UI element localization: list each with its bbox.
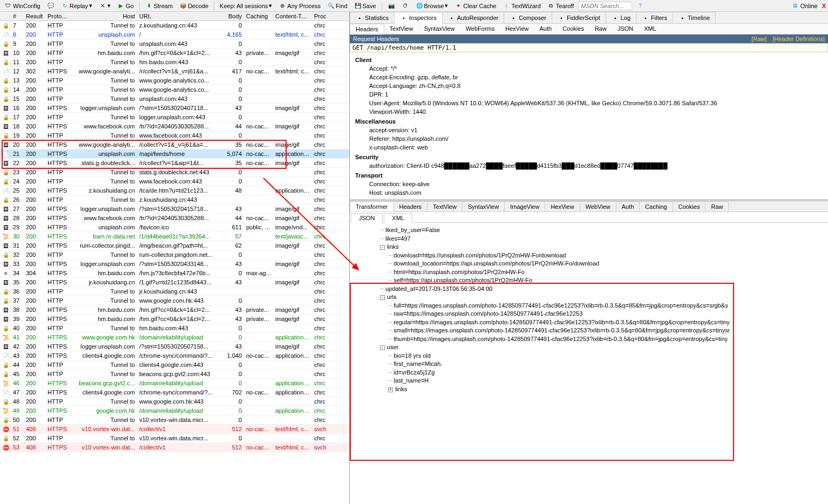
col-proc[interactable]: Proc: [312, 13, 329, 19]
session-row[interactable]: 📜30200HTTPSbam.nr-data.net/1/d44beae01c?…: [0, 232, 349, 241]
header-item[interactable]: authorization: Client-ID c948██████aa272…: [369, 161, 823, 170]
close-button[interactable]: X: [822, 3, 826, 9]
expand-icon[interactable]: -: [380, 245, 385, 250]
msdn-search-input[interactable]: [578, 2, 632, 10]
col-url[interactable]: URL: [137, 13, 220, 19]
session-row[interactable]: 🔒19200HTTPTunnel towww.facebook.com:4430…: [0, 131, 349, 140]
session-row[interactable]: 🖼22200HTTPSstats.g.doubleclick.../r/coll…: [0, 159, 349, 168]
resptab-syntaxview[interactable]: SyntaxView: [462, 201, 505, 212]
json-node[interactable]: -links: [355, 243, 823, 251]
json-node[interactable]: ┈ updated_at=2017-09-13T06:56:35-04:00: [355, 285, 823, 294]
json-node[interactable]: ┈ download=https://unsplash.com/photos/1…: [355, 251, 823, 260]
timer-button[interactable]: ⏱: [399, 2, 411, 10]
json-node[interactable]: ┈ self=https://api.unsplash.com/photos/1…: [355, 276, 823, 285]
session-row[interactable]: 🔒23200HTTPTunnel tostats.g.doubleclick.n…: [0, 168, 349, 177]
reqtab-hexview[interactable]: HexView: [500, 24, 534, 34]
winconfig-button[interactable]: 🛡WinConfig: [2, 2, 43, 10]
resptab-webview[interactable]: WebView: [580, 201, 616, 212]
session-row[interactable]: 🖼28200HTTPSwww.facebook.com/tr/?id=24040…: [0, 214, 349, 223]
session-row[interactable]: ≡34304HTTPShm.baidu.com/hm.js?3c8ecbfa47…: [0, 269, 349, 278]
session-row[interactable]: 🖼42200HTTPSlogger.unsplash.com/?stm=1505…: [0, 342, 349, 351]
reqtab-cookies[interactable]: Cookies: [557, 24, 589, 34]
json-node[interactable]: ┈ regular=https://images.unsplash.com/ph…: [355, 318, 823, 327]
header-item[interactable]: accept-version: v1: [369, 126, 823, 134]
keep-button[interactable]: Keep: All sessions▾: [218, 2, 274, 10]
session-row[interactable]: 📄25200HTTPSz.koushuidang.cn/tca/de.htm?u…: [0, 186, 349, 195]
replay-button[interactable]: ↻Replay▾: [59, 2, 94, 10]
clearcache-button[interactable]: ✦Clear Cache: [452, 2, 498, 10]
json-node[interactable]: +links: [355, 385, 823, 394]
online-indicator[interactable]: 🖥 Online: [791, 2, 818, 10]
resptab-hexview[interactable]: HexView: [545, 201, 580, 212]
resptab-headers[interactable]: Headers: [393, 201, 428, 212]
col-caching[interactable]: Caching: [244, 13, 273, 19]
tearoff-button[interactable]: ⧉Tearoff: [545, 2, 576, 10]
session-row[interactable]: 🖼27200HTTPSlogger.unsplash.com/?stm=1505…: [0, 205, 349, 214]
session-row[interactable]: 🖼31200HTTPSrum-collector.pingd.../img/be…: [0, 241, 349, 250]
expand-icon[interactable]: +: [388, 387, 393, 392]
col-ctype[interactable]: Content-Type: [273, 13, 312, 19]
json-node[interactable]: ┈ last_name=H: [355, 377, 823, 385]
col-body[interactable]: Body: [220, 13, 244, 19]
header-item[interactable]: Viewport-Width: 1440: [369, 107, 823, 116]
session-row[interactable]: 🔒15200HTTPTunnel tounsplash.com:4430chrc: [0, 94, 349, 104]
session-row[interactable]: 🔒52200HTTPTunnel tov10.vortex-win.data.m…: [0, 434, 349, 443]
resptab-auth[interactable]: Auth: [616, 201, 640, 212]
find-button[interactable]: 🔍Find: [325, 2, 349, 10]
go-button[interactable]: ▶Go: [115, 2, 136, 10]
header-item[interactable]: Accept-Encoding: gzip, deflate, br: [369, 73, 823, 81]
anyprocess-button[interactable]: ⊕Any Process: [276, 2, 323, 10]
tab-filters[interactable]: ▪Filters: [636, 12, 673, 23]
json-node[interactable]: ┈ liked_by_user=False: [355, 226, 823, 235]
tab-log[interactable]: ▪Log: [606, 12, 636, 23]
resptab-imageview[interactable]: ImageView: [504, 201, 545, 212]
tab-autoresponder[interactable]: ▪AutoResponder: [442, 12, 504, 23]
raw-link[interactable]: [Raw]: [751, 36, 766, 42]
json-node[interactable]: ┈ id=vrBcza5j1Zg: [355, 369, 823, 377]
session-row[interactable]: 🔒40200HTTPTunnel tohm.baidu.com:4430chrc: [0, 324, 349, 333]
session-row[interactable]: 🔒13200HTTPTunnel towww.google-analytics.…: [0, 76, 349, 85]
help-button[interactable]: ?: [634, 2, 646, 10]
session-row[interactable]: ⛔53408HTTPSv10.vortex-win.dat.../collect…: [0, 443, 349, 452]
session-row[interactable]: 🔒44200HTTPTunnel toclients4.google.com:4…: [0, 360, 349, 370]
session-row[interactable]: 🖼33200HTTPSlogger.unsplash.com/?stm=1505…: [0, 260, 349, 269]
decode-button[interactable]: 📦Decode: [177, 2, 211, 10]
session-row[interactable]: 🖼20200HTTPSwww.google-analyti.../collect…: [0, 140, 349, 149]
reqtab-auth[interactable]: Auth: [534, 24, 558, 34]
reqtab-syntaxview[interactable]: SyntaxView: [418, 24, 460, 34]
col-result[interactable]: Result: [24, 13, 45, 19]
json-node[interactable]: ┈ html=https://unsplash.com/photos/1PrQ2…: [355, 268, 823, 277]
session-row[interactable]: 🔒14200HTTPTunnel towww.google-analytics.…: [0, 85, 349, 94]
session-row[interactable]: 📄8200HTTPunsplash.com/4,165text/html; c.…: [0, 30, 349, 39]
json-node[interactable]: ┈ small=https://images.unsplash.com/phot…: [355, 326, 823, 335]
json-tree[interactable]: ┈ liked_by_user=False ┈ likes=497 -links…: [350, 223, 828, 504]
header-item[interactable]: Host: unsplash.com: [369, 188, 823, 197]
expand-icon[interactable]: -: [380, 295, 385, 300]
session-row[interactable]: 📄21200HTTPSunsplash.com/napi/feeds/home5…: [0, 149, 349, 159]
session-row[interactable]: 🖼35200HTTPSjr.koushuidang.cn/1.gif?u=td2…: [0, 278, 349, 287]
session-row[interactable]: 🖼16200HTTPSlogger.unsplash.com/?stm=1505…: [0, 104, 349, 113]
col-protocol[interactable]: Protocol: [45, 13, 71, 19]
session-row[interactable]: 🔒7200HTTPTunnel toz.koushuidang.cn:4430c…: [0, 21, 349, 30]
json-node[interactable]: ┈ likes=497: [355, 235, 823, 243]
json-node[interactable]: -urls: [355, 293, 823, 302]
session-row[interactable]: 📜41200HTTPSwww.google.com.hk/domainrelia…: [0, 333, 349, 342]
reqtab-json[interactable]: JSON: [612, 24, 639, 34]
col-num[interactable]: #: [11, 13, 24, 19]
session-row[interactable]: 📄12302HTTPSwww.google-analyti.../r/colle…: [0, 67, 349, 76]
tab-fiddlerscript[interactable]: ▪FiddlerScript: [552, 12, 606, 23]
json-node[interactable]: ┈ raw=https://images.unsplash.com/photo-…: [355, 310, 823, 318]
session-row[interactable]: 🔒45200HTTPTunnel tobeacons.gcp.gvt2.com:…: [0, 370, 349, 379]
session-row[interactable]: 🔒50200HTTPTunnel tov10.vortex-win.data.m…: [0, 416, 349, 425]
session-row[interactable]: 🔒24200HTTPTunnel towww.facebook.com:4430…: [0, 177, 349, 186]
json-node[interactable]: ┈ full=https://images.unsplash.com/photo…: [355, 302, 823, 310]
reqtab-xml[interactable]: XML: [639, 24, 662, 34]
header-item[interactable]: User-Agent: Mozilla/5.0 (Windows NT 10.0…: [369, 99, 823, 107]
session-row[interactable]: 🔒17200HTTPTunnel tologger.unsplash.com:4…: [0, 113, 349, 122]
session-row[interactable]: 🖼18200HTTPSwww.facebook.com/tr/?id=24040…: [0, 122, 349, 131]
session-row[interactable]: 🔒32200HTTPTunnel torum-collector.pingdom…: [0, 250, 349, 260]
header-item[interactable]: Accept-Language: zh-CN,zh;q=0.8: [369, 81, 823, 90]
stream-button[interactable]: ⬇Stream: [143, 2, 175, 10]
header-item[interactable]: x-unsplash-client: web: [369, 143, 823, 152]
save-button[interactable]: 💾Save: [352, 2, 378, 10]
